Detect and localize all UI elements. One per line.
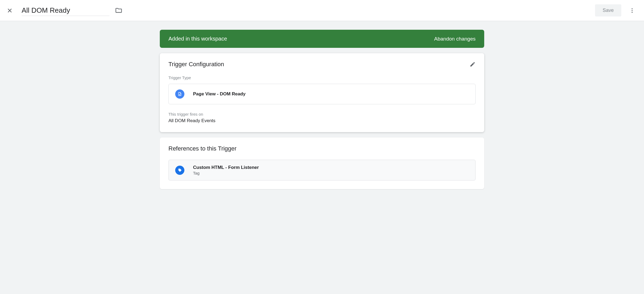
svg-point-3 [632, 10, 633, 11]
tag-icon [175, 166, 184, 175]
svg-point-4 [632, 12, 633, 13]
workspace-status-banner: Added in this workspace Abandon changes [160, 30, 484, 48]
references-card: References to this Trigger Custom HTML -… [160, 138, 484, 189]
close-icon [7, 8, 13, 14]
edit-trigger-button[interactable] [470, 61, 476, 67]
trigger-type-box[interactable]: Page View - DOM Ready [168, 84, 476, 104]
references-title: References to this Trigger [168, 145, 237, 152]
trigger-type-name: Page View - DOM Ready [193, 91, 245, 97]
reference-name: Custom HTML - Form Listener [193, 165, 259, 170]
pencil-icon [470, 61, 476, 67]
folder-icon [115, 7, 122, 14]
save-button[interactable]: Save [595, 4, 621, 16]
workspace-status-message: Added in this workspace [168, 36, 227, 42]
fires-on-label: This trigger fires on [168, 112, 476, 116]
more-vertical-icon [629, 8, 635, 14]
reference-item[interactable]: Custom HTML - Form Listener Tag [168, 160, 476, 181]
trigger-type-label: Trigger Type [168, 75, 476, 80]
more-menu-button[interactable] [627, 5, 638, 16]
page-view-icon [175, 89, 184, 99]
folder-button[interactable] [115, 7, 122, 14]
svg-point-2 [632, 8, 633, 9]
close-button[interactable] [6, 7, 13, 14]
reference-type: Tag [193, 171, 259, 175]
main-content: Added in this workspace Abandon changes … [160, 21, 484, 203]
trigger-configuration-card: Trigger Configuration Trigger Type Page … [160, 53, 484, 132]
trigger-name-input[interactable] [22, 5, 109, 16]
page-header: Save [0, 0, 644, 21]
abandon-changes-link[interactable]: Abandon changes [434, 36, 476, 42]
trigger-configuration-title: Trigger Configuration [168, 61, 224, 68]
fires-on-value: All DOM Ready Events [168, 118, 476, 123]
